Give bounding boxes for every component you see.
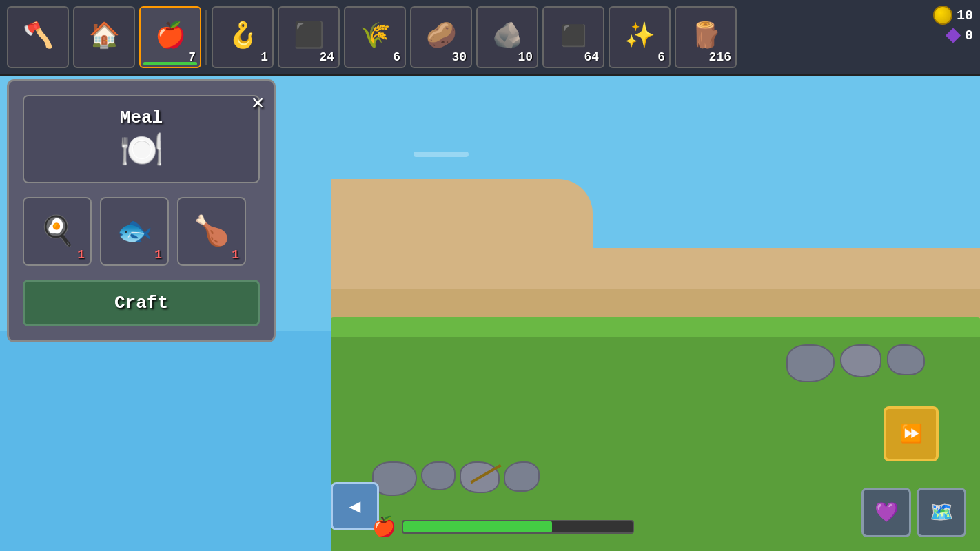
toolbar-slot-hook[interactable]: 🪝 1 (212, 6, 274, 68)
coin-count: 10 (957, 8, 973, 23)
toolbar-slot-fiber[interactable]: 🌾 6 (344, 6, 406, 68)
rock (504, 461, 540, 492)
fiber-icon: 🌾 (360, 25, 391, 50)
rocks-group-left (372, 461, 540, 496)
toolbar-slot-axe[interactable]: 🪓 (7, 6, 69, 68)
fast-forward-button[interactable]: ⏩ (884, 406, 939, 461)
wood-icon: 🪵 (691, 25, 722, 50)
toolbar-slot-gold[interactable]: ✨ 6 (609, 6, 671, 68)
ore-count: 64 (584, 50, 599, 64)
gem-count: 0 (965, 28, 973, 43)
left-arrow-icon: ◀ (349, 495, 361, 518)
rock (887, 344, 925, 375)
fiber-count: 6 (393, 50, 400, 64)
coal-icon: ⬛ (294, 25, 325, 50)
toolbar-slot-apple[interactable]: 🍎 7 (139, 6, 201, 68)
axe-icon: 🪓 (23, 25, 54, 50)
hook-icon: 🪝 (227, 25, 258, 50)
house-icon: 🏠 (89, 25, 120, 50)
toolbar-slot-coal[interactable]: ⬛ 24 (278, 6, 340, 68)
grass-edge (331, 317, 980, 337)
map-slot-bottom[interactable]: 🗺️ (917, 488, 966, 537)
ingredient-chicken[interactable]: 🍗 1 (177, 197, 246, 266)
progress-bar-area: 🍎 (372, 515, 634, 539)
egg-count: 1 (77, 248, 85, 262)
rock (421, 461, 456, 490)
craft-panel: ✕ Meal 🍽️ 🍳 1 🐟 1 🍗 1 Craft (7, 79, 276, 342)
hp-bar-background (402, 520, 634, 534)
gem-slot-icon: 💜 (875, 501, 899, 524)
egg-icon: 🍳 (39, 214, 75, 249)
hp-mini-bar (143, 62, 197, 65)
gold-icon: ✨ (624, 25, 655, 50)
craft-result-icon: 🍽️ (119, 135, 164, 171)
chicken-count: 1 (232, 248, 239, 262)
gem-slot-bottom[interactable]: 💜 (861, 488, 911, 537)
toolbar-slot-potato[interactable]: 🥔 30 (410, 6, 472, 68)
stone-icon: 🪨 (492, 25, 523, 50)
toolbar-slot-house[interactable]: 🏠 (73, 6, 135, 68)
toolbar-slot-ore[interactable]: ⬛ 64 (542, 6, 604, 68)
fish-icon: 🐟 (116, 214, 152, 249)
gem-row: 0 (946, 28, 973, 43)
water-glint (414, 152, 469, 157)
hook-count: 1 (261, 50, 268, 64)
map-slot-icon: 🗺️ (930, 501, 954, 524)
craft-result-name: Meal (120, 107, 163, 128)
gold-count: 6 (657, 50, 665, 64)
toolbar-slot-wood[interactable]: 🪵 216 (675, 6, 737, 68)
toolbar: 🪓 🏠 🍎 7 🪝 1 ⬛ 24 🌾 6 🥔 30 🪨 10 ⬛ 64 ✨ (0, 0, 980, 76)
toolbar-separator (205, 10, 207, 65)
fish-count: 1 (154, 248, 162, 262)
chicken-icon: 🍗 (194, 214, 229, 249)
currency-area: 10 0 (933, 6, 973, 43)
rock (840, 344, 881, 377)
wood-count: 216 (709, 50, 731, 64)
stone-count: 10 (518, 50, 533, 64)
ore-icon: ⬛ (561, 27, 586, 48)
ingredient-fish[interactable]: 🐟 1 (100, 197, 169, 266)
coin-row: 10 (933, 6, 973, 25)
rocks-group-right (786, 344, 925, 382)
potato-icon: 🥔 (426, 25, 457, 50)
toolbar-slot-stone[interactable]: 🪨 10 (476, 6, 538, 68)
coal-count: 24 (319, 50, 334, 64)
hp-bar-fill (403, 521, 552, 532)
coin-icon (933, 6, 952, 25)
craft-result-box: Meal 🍽️ (23, 95, 260, 183)
craft-button[interactable]: Craft (23, 280, 260, 326)
potato-count: 30 (451, 50, 467, 64)
close-button[interactable]: ✕ (252, 90, 264, 115)
ff-icon: ⏩ (900, 423, 922, 445)
ingredients-row: 🍳 1 🐟 1 🍗 1 (23, 197, 260, 266)
rock (786, 344, 835, 382)
ingredient-egg[interactable]: 🍳 1 (23, 197, 92, 266)
apple-icon: 🍎 (155, 25, 186, 50)
player-icon: 🍎 (372, 515, 396, 539)
gem-icon (946, 28, 961, 43)
bottom-right-slots: 💜 🗺️ (861, 488, 966, 537)
